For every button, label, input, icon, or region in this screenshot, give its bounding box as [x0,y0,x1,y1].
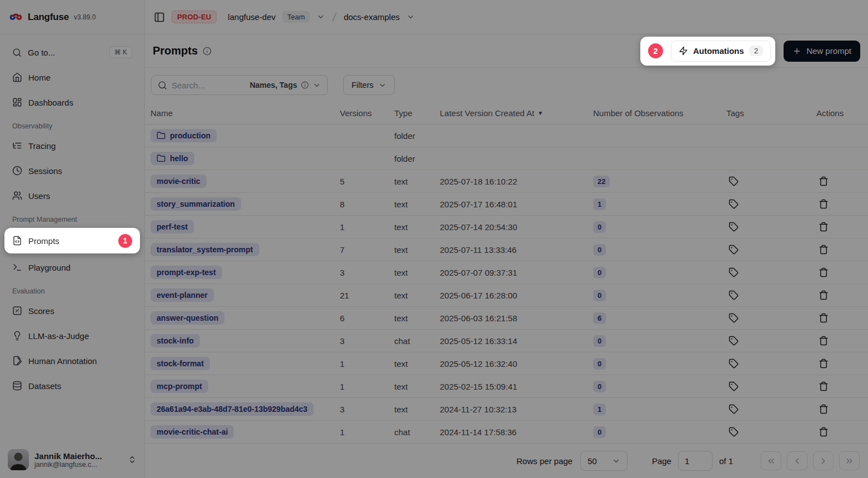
search-input[interactable] [172,81,245,90]
project-name[interactable]: docs-examples [344,12,400,22]
sidebar-item-scores[interactable]: Scores [7,300,138,322]
tag-icon[interactable] [726,290,739,300]
prompt-row[interactable]: mcp-prompt1text2025-02-15 15:09:410 [145,375,868,398]
prompt-name-badge[interactable]: 26a61a94-e3ab-48d7-81e0-13b929bad4c3 [150,402,314,416]
prompt-row[interactable]: perf-test1text2025-07-14 20:54:300 [145,216,868,238]
prompt-name-badge[interactable]: stock-info [150,334,200,347]
sidebar-item-tracing[interactable]: Tracing [7,135,138,157]
user-email: jannik@langfuse.c... [34,461,102,469]
filters-button[interactable]: Filters [343,75,395,95]
tag-icon[interactable] [726,359,739,369]
prompt-name-badge[interactable]: production [150,129,217,142]
info-icon[interactable] [203,47,212,56]
new-prompt-button[interactable]: New prompt [784,41,860,62]
trash-icon[interactable] [816,245,829,255]
sidebar-item-sessions[interactable]: Sessions [7,160,138,182]
observations-count-badge: 0 [593,335,606,347]
prompt-name-badge[interactable]: translator_system-prompt [150,243,259,256]
first-page-button[interactable] [761,451,781,470]
prompt-name-badge[interactable]: stock-format [150,357,210,370]
prompts-table: NameVersionsTypeLatest Version Created A… [145,102,868,444]
plus-icon [792,47,801,56]
type-cell: text [389,313,434,323]
trash-icon[interactable] [816,359,829,369]
versions-cell: 21 [334,291,389,300]
sidebar-item-prompts[interactable]: Prompts1 [7,230,138,252]
prompt-name-badge[interactable]: prompt-exp-test [150,266,222,279]
tag-icon[interactable] [726,427,739,437]
prompt-name-badge[interactable]: mcp-prompt [150,380,208,393]
tag-icon[interactable] [726,381,739,391]
tag-icon[interactable] [726,222,739,232]
column-header[interactable]: Type [389,108,434,118]
column-header[interactable]: Number of Observations [588,108,721,118]
sidebar-item-goto[interactable]: Go to... ⌘ K [7,41,138,63]
chevrons-up-down-icon[interactable] [128,455,137,464]
prompt-name-badge[interactable]: hello [150,152,194,165]
page-number-input[interactable] [678,451,713,471]
sidebar-item-dashboards[interactable]: Dashboards [7,91,138,113]
prompt-row[interactable]: stock-info3chat2025-05-12 16:33:140 [145,330,868,352]
org-name[interactable]: langfuse-dev [228,12,275,22]
sidebar-item-users[interactable]: Users [7,185,138,207]
tag-icon[interactable] [726,336,739,346]
sidebar-item-home[interactable]: Home [7,66,138,88]
trash-icon[interactable] [816,176,829,186]
tag-icon[interactable] [726,245,739,255]
prompt-name-badge[interactable]: answer-question [150,311,224,325]
prompt-row[interactable]: event-planner21text2025-06-17 16:28:000 [145,284,868,307]
latest-version-cell: 2025-07-14 20:54:30 [434,222,588,232]
prompt-row[interactable]: 26a61a94-e3ab-48d7-81e0-13b929bad4c33tex… [145,398,868,421]
search-scope-dropdown[interactable]: Names, Tags [250,81,321,89]
prompt-row[interactable]: productionfolder [145,125,868,147]
rows-per-page-select[interactable]: 50 [580,451,628,471]
previous-page-button[interactable] [787,451,807,470]
user-menu[interactable]: Jannik Maierho... jannik@langfuse.c... [0,441,144,478]
trash-icon[interactable] [816,199,829,209]
panel-left-icon[interactable] [154,12,165,23]
tag-icon[interactable] [726,313,739,323]
prompt-row[interactable]: stock-format1text2025-05-12 16:32:400 [145,352,868,375]
prompt-row[interactable]: story_summarization8text2025-07-17 16:48… [145,193,868,216]
sidebar-item-annotation[interactable]: Human Annotation [7,350,138,372]
prompt-name-badge[interactable]: event-planner [150,288,214,302]
trash-icon[interactable] [816,290,829,300]
chevron-down-icon [612,457,620,465]
column-header[interactable]: Versions [334,108,389,118]
prompt-row[interactable]: movie-critic-chat-ai1chat2024-11-14 17:5… [145,421,868,444]
prompt-row[interactable]: hellofolder [145,147,868,170]
prompt-row[interactable]: prompt-exp-test3text2025-07-07 09:37:310 [145,261,868,284]
trash-icon[interactable] [816,222,829,232]
type-cell: chat [389,427,434,437]
prompt-row[interactable]: answer-question6text2025-06-03 16:21:586 [145,307,868,330]
column-header[interactable]: Latest Version Created At▼ [434,108,588,118]
project-chevron-down-icon[interactable] [407,13,415,21]
prompt-row[interactable]: translator_system-prompt7text2025-07-11 … [145,238,868,261]
trash-icon[interactable] [816,267,829,277]
trash-icon[interactable] [816,381,829,391]
trash-icon[interactable] [816,404,829,414]
column-header[interactable]: Name [145,108,334,118]
prompt-row[interactable]: movie-critic5text2025-07-18 16:10:2222 [145,170,868,193]
tag-icon[interactable] [726,267,739,277]
next-page-button[interactable] [813,451,834,470]
sidebar-item-datasets[interactable]: Datasets [7,375,138,397]
prompt-name-badge[interactable]: movie-critic [150,175,207,188]
tag-icon[interactable] [726,199,739,209]
column-header[interactable]: Tags [721,108,811,118]
trash-icon[interactable] [816,336,829,346]
automations-button[interactable]: Automations 2 [671,41,771,62]
tag-icon[interactable] [726,176,739,186]
last-page-button[interactable] [839,451,860,470]
prompt-name-badge[interactable]: story_summarization [150,197,241,211]
sidebar-item-playground[interactable]: Playground [7,256,138,278]
observations-count-badge: 1 [593,404,606,415]
tag-icon[interactable] [726,404,739,414]
sidebar-item-judge[interactable]: LLM-as-a-Judge [7,325,138,347]
org-chevron-down-icon[interactable] [317,13,325,21]
trash-icon[interactable] [816,313,829,323]
column-header[interactable]: Actions [811,108,868,118]
prompt-name-badge[interactable]: movie-critic-chat-ai [150,425,234,439]
trash-icon[interactable] [816,427,829,437]
prompt-name-badge[interactable]: perf-test [150,220,194,233]
